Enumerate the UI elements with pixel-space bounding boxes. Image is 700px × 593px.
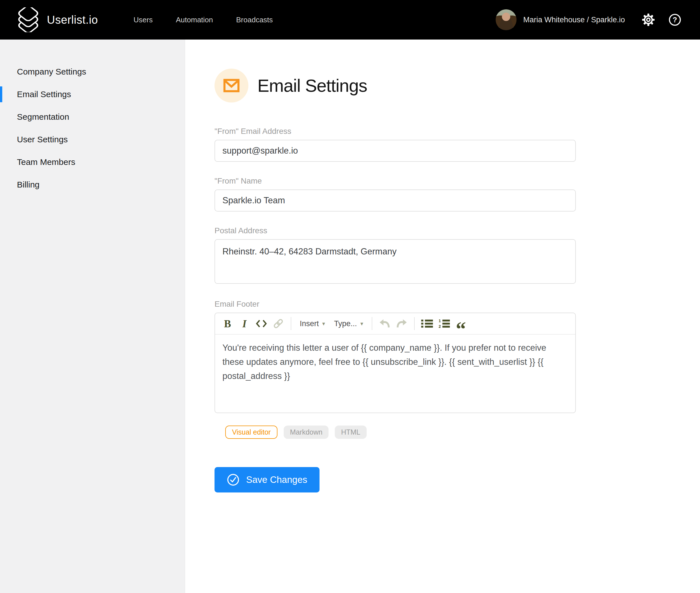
toolbar-separator: [372, 317, 372, 330]
tab-markdown[interactable]: Markdown: [284, 426, 329, 439]
layers-logo-icon: [17, 7, 40, 32]
blockquote-button[interactable]: “: [454, 316, 468, 331]
help-button[interactable]: ?: [668, 13, 682, 26]
email-footer-group: Email Footer B I: [214, 300, 576, 413]
check-circle-icon: [227, 474, 239, 486]
chevron-down-icon: ▾: [322, 320, 325, 327]
postal-address-field[interactable]: Rheinstr. 40–42, 64283 Darmstadt, German…: [214, 239, 576, 284]
redo-icon: [396, 319, 407, 328]
user-account-label[interactable]: Maria Whitehouse / Sparkle.io: [523, 15, 625, 24]
top-nav: Users Automation Broadcasts: [133, 15, 273, 24]
from-email-group: "From" Email Address: [214, 127, 576, 162]
nav-item-automation[interactable]: Automation: [176, 15, 213, 24]
from-email-field[interactable]: [214, 140, 576, 162]
redo-button[interactable]: [395, 316, 408, 331]
page-title: Email Settings: [257, 75, 367, 96]
sidebar-item-user-settings[interactable]: User Settings: [0, 128, 185, 151]
from-email-label: "From" Email Address: [214, 127, 576, 136]
undo-icon: [379, 319, 390, 328]
help-icon: ?: [668, 13, 682, 26]
code-icon: [256, 319, 267, 328]
brand[interactable]: Userlist.io: [17, 7, 98, 32]
email-footer-editor: B I: [214, 313, 576, 413]
brand-name: Userlist.io: [47, 13, 98, 26]
sidebar-item-company-settings[interactable]: Company Settings: [0, 61, 185, 83]
tab-html[interactable]: HTML: [335, 426, 366, 439]
email-footer-content[interactable]: You're receiving this letter a user of {…: [215, 334, 575, 412]
sidebar-item-email-settings[interactable]: Email Settings: [0, 83, 185, 106]
sidebar-item-segmentation[interactable]: Segmentation: [0, 106, 185, 128]
title-icon-badge: [214, 69, 248, 103]
postal-address-group: Postal Address Rheinstr. 40–42, 64283 Da…: [214, 226, 576, 285]
toolbar-separator: [414, 317, 415, 330]
postal-address-label: Postal Address: [214, 226, 576, 235]
avatar[interactable]: [496, 9, 517, 30]
undo-button[interactable]: [378, 316, 392, 331]
link-button[interactable]: [272, 316, 285, 331]
top-navbar: Userlist.io Users Automation Broadcasts …: [0, 0, 700, 40]
nav-item-users[interactable]: Users: [133, 15, 153, 24]
editor-toolbar: B I: [215, 313, 575, 334]
svg-text:?: ?: [673, 16, 677, 24]
link-icon: [273, 318, 284, 329]
italic-button[interactable]: I: [238, 316, 251, 331]
bold-button[interactable]: B: [221, 316, 234, 331]
nav-item-broadcasts[interactable]: Broadcasts: [236, 15, 273, 24]
sidebar-item-billing[interactable]: Billing: [0, 173, 185, 196]
main-content: Email Settings "From" Email Address "Fro…: [185, 40, 700, 593]
insert-dropdown[interactable]: Insert ▾: [297, 316, 328, 331]
gear-icon: [642, 13, 655, 26]
settings-gear-button[interactable]: [642, 13, 655, 26]
type-dropdown[interactable]: Type... ▾: [331, 316, 366, 331]
save-changes-label: Save Changes: [246, 474, 307, 485]
page-heading: Email Settings: [214, 69, 576, 103]
chevron-down-icon: ▾: [361, 320, 363, 327]
editor-mode-tabs: Visual editor Markdown HTML: [225, 426, 576, 439]
svg-text:1: 1: [439, 319, 441, 323]
email-footer-label: Email Footer: [214, 300, 576, 309]
unordered-list-button[interactable]: [420, 316, 434, 331]
ordered-list-button[interactable]: 1 2: [437, 316, 451, 331]
save-changes-button[interactable]: Save Changes: [214, 467, 320, 492]
from-name-field[interactable]: [214, 190, 576, 211]
tab-visual-editor[interactable]: Visual editor: [225, 426, 278, 439]
envelope-icon: [223, 79, 240, 93]
from-name-label: "From" Name: [214, 176, 576, 186]
type-dropdown-label: Type...: [334, 319, 357, 328]
toolbar-separator: [291, 317, 291, 330]
ordered-list-icon: 1 2: [438, 319, 450, 328]
svg-text:2: 2: [439, 324, 441, 328]
from-name-group: "From" Name: [214, 176, 576, 211]
code-button[interactable]: [255, 316, 268, 331]
unordered-list-icon: [421, 319, 433, 328]
settings-sidebar: Company Settings Email Settings Segmenta…: [0, 40, 185, 593]
insert-dropdown-label: Insert: [300, 319, 319, 328]
nav-right: Maria Whitehouse / Sparkle.io: [496, 9, 682, 30]
sidebar-item-team-members[interactable]: Team Members: [0, 151, 185, 173]
